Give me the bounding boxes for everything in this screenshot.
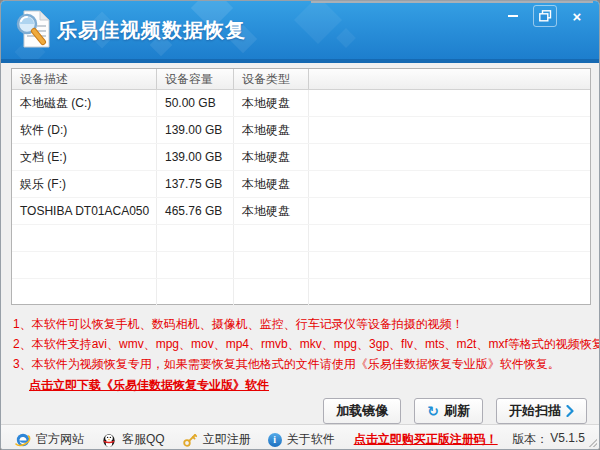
table-row-empty (12, 252, 590, 279)
statusbar: 官方网站 客服QQ 立即注册 i 关于 (1, 424, 599, 450)
column-header-device-desc[interactable]: 设备描述 (12, 69, 157, 89)
about-item[interactable]: i 关于软件 (268, 431, 335, 448)
cell-empty (309, 171, 590, 197)
load-image-label: 加载镜像 (336, 402, 388, 420)
column-header-type[interactable]: 设备类型 (234, 69, 309, 89)
ie-browser-icon (15, 432, 31, 448)
cell-desc: 本地磁盘 (C:) (12, 90, 157, 116)
table-row-physical-disk[interactable]: TOSHIBA DT01ACA050 465.76 GB 本地硬盘 (12, 198, 590, 225)
titlebar: 乐易佳视频数据恢复 × (1, 1, 599, 59)
window-controls: × (501, 5, 589, 27)
warning-notes: 1、本软件可以恢复手机、数码相机、摄像机、监控、行车记录仪等设备拍摄的视频！ 2… (11, 305, 589, 394)
device-table: 设备描述 设备容量 设备类型 本地磁盘 (C:) 50.00 GB 本地硬盘 软… (11, 68, 591, 305)
app-logo-icon (15, 9, 51, 49)
device-table-header: 设备描述 设备容量 设备类型 (12, 69, 590, 90)
restore-button[interactable] (533, 5, 557, 27)
table-row-drive-d[interactable]: 软件 (D:) 139.00 GB 本地硬盘 (12, 117, 590, 144)
restore-icon (539, 10, 552, 22)
action-buttons: 加载镜像 ↻ 刷新 开始扫描 (11, 398, 587, 424)
table-row-drive-c[interactable]: 本地磁盘 (C:) 50.00 GB 本地硬盘 (12, 90, 590, 117)
cell-capacity: 139.00 GB (157, 144, 234, 170)
register-label: 立即注册 (203, 431, 251, 448)
top-edge-artifact (311, 1, 593, 3)
version-info: 版本： V5.1.5 (512, 431, 585, 448)
minimize-button[interactable] (501, 5, 525, 27)
load-image-button[interactable]: 加载镜像 (323, 398, 401, 424)
cell-desc: 软件 (D:) (12, 117, 157, 143)
main-content: 设备描述 设备容量 设备类型 本地磁盘 (C:) 50.00 GB 本地硬盘 软… (1, 63, 599, 424)
cell-desc: TOSHIBA DT01ACA050 (12, 198, 157, 224)
official-site-item[interactable]: 官方网站 (15, 431, 84, 448)
close-button[interactable]: × (565, 5, 589, 27)
cell-capacity: 50.00 GB (157, 90, 234, 116)
table-row-drive-f[interactable]: 娱乐 (F:) 137.75 GB 本地硬盘 (12, 171, 590, 198)
refresh-label: 刷新 (444, 402, 470, 420)
window-title: 乐易佳视频数据恢复 (57, 17, 246, 44)
table-row-empty (12, 225, 590, 252)
cell-empty (309, 198, 590, 224)
resize-grip[interactable] (589, 439, 597, 447)
qq-support-item[interactable]: 客服QQ (101, 431, 165, 448)
minimize-icon (508, 15, 518, 17)
qq-support-label: 客服QQ (122, 431, 165, 448)
note-line-1: 1、本软件可以恢复手机、数码相机、摄像机、监控、行车记录仪等设备拍摄的视频！ (13, 314, 587, 334)
cell-type: 本地硬盘 (234, 171, 309, 197)
download-pro-link[interactable]: 点击立即下载《乐易佳数据恢复专业版》软件 (29, 376, 269, 394)
version-label: 版本： (512, 431, 548, 448)
cell-empty (309, 117, 590, 143)
register-item[interactable]: 立即注册 (182, 431, 251, 448)
refresh-button[interactable]: ↻ 刷新 (414, 398, 483, 424)
cell-type: 本地硬盘 (234, 90, 309, 116)
cell-empty (309, 144, 590, 170)
table-row-drive-e[interactable]: 文档 (E:) 139.00 GB 本地硬盘 (12, 144, 590, 171)
key-icon (182, 432, 198, 448)
close-icon: × (573, 9, 582, 24)
cell-desc: 娱乐 (F:) (12, 171, 157, 197)
version-value: V5.1.5 (550, 431, 585, 448)
cell-capacity: 137.75 GB (157, 171, 234, 197)
about-label: 关于软件 (287, 431, 335, 448)
start-scan-label: 开始扫描 (509, 402, 561, 420)
column-header-empty (309, 69, 590, 89)
cell-type: 本地硬盘 (234, 117, 309, 143)
cell-type: 本地硬盘 (234, 144, 309, 170)
note-line-2: 2、本软件支持avi、wmv、mpg、mov、mp4、rmvb、mkv、mpg、… (13, 334, 587, 354)
qq-penguin-icon (101, 432, 117, 448)
device-table-body: 本地磁盘 (C:) 50.00 GB 本地硬盘 软件 (D:) 139.00 G… (12, 90, 590, 306)
note-line-3: 3、本软件为视频恢复专用，如果需要恢复其他格式的文件请使用《乐易佳数据恢复专业版… (13, 354, 587, 374)
cell-empty (309, 90, 590, 116)
table-row-empty (12, 279, 590, 306)
cell-type: 本地硬盘 (234, 198, 309, 224)
app-window: 乐易佳视频数据恢复 × 设备描述 设备容量 设备类型 本地磁 (0, 0, 600, 450)
cell-capacity: 139.00 GB (157, 117, 234, 143)
cell-capacity: 465.76 GB (157, 198, 234, 224)
official-site-label: 官方网站 (36, 431, 84, 448)
info-icon: i (268, 433, 282, 447)
cell-desc: 文档 (E:) (12, 144, 157, 170)
start-scan-button[interactable]: 开始扫描 (496, 398, 587, 424)
refresh-icon: ↻ (427, 404, 439, 418)
column-header-capacity[interactable]: 设备容量 (157, 69, 234, 89)
chevron-right-icon (566, 405, 574, 417)
buy-license-link[interactable]: 点击立即购买正版注册码！ (354, 431, 498, 448)
